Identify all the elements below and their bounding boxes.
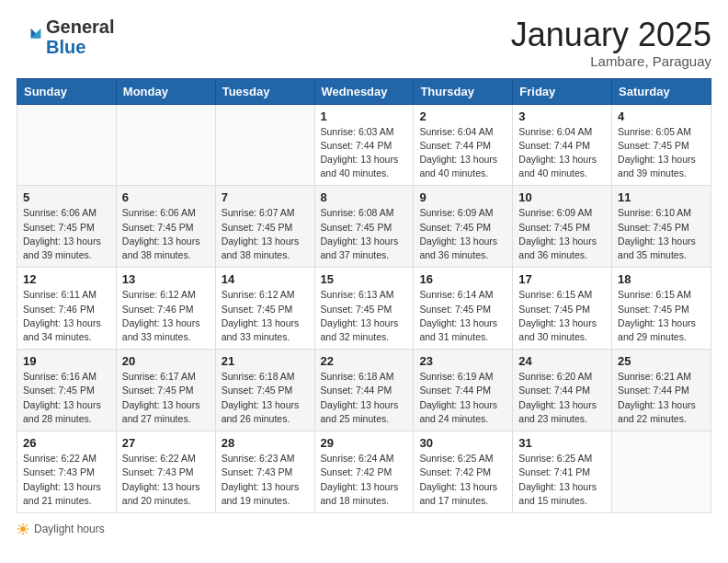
month-title: January 2025 bbox=[511, 17, 711, 53]
day-cell: 19Sunrise: 6:16 AM Sunset: 7:45 PM Dayli… bbox=[17, 350, 117, 431]
page: General Blue January 2025 Lambare, Parag… bbox=[0, 0, 728, 546]
day-cell: 29Sunrise: 6:24 AM Sunset: 7:42 PM Dayli… bbox=[314, 431, 414, 513]
day-info: Sunrise: 6:25 AM Sunset: 7:41 PM Dayligh… bbox=[518, 452, 606, 508]
day-info: Sunrise: 6:08 AM Sunset: 7:45 PM Dayligh… bbox=[321, 206, 408, 262]
day-number: 30 bbox=[419, 436, 506, 450]
day-cell: 15Sunrise: 6:13 AM Sunset: 7:45 PM Dayli… bbox=[314, 268, 414, 350]
day-info: Sunrise: 6:22 AM Sunset: 7:43 PM Dayligh… bbox=[23, 452, 110, 508]
day-info: Sunrise: 6:13 AM Sunset: 7:45 PM Dayligh… bbox=[321, 288, 408, 344]
day-info: Sunrise: 6:14 AM Sunset: 7:45 PM Dayligh… bbox=[419, 288, 506, 344]
day-number: 7 bbox=[222, 190, 309, 204]
day-number: 27 bbox=[122, 436, 210, 450]
title-block: January 2025 Lambare, Paraguay bbox=[511, 17, 711, 69]
day-number: 4 bbox=[618, 109, 705, 123]
svg-line-7 bbox=[19, 524, 21, 526]
calendar: SundayMondayTuesdayWednesdayThursdayFrid… bbox=[17, 78, 711, 513]
day-number: 9 bbox=[419, 190, 506, 204]
day-info: Sunrise: 6:03 AM Sunset: 7:44 PM Dayligh… bbox=[321, 125, 408, 181]
day-cell: 24Sunrise: 6:20 AM Sunset: 7:44 PM Dayli… bbox=[513, 350, 612, 431]
day-number: 15 bbox=[321, 272, 408, 286]
day-number: 14 bbox=[222, 272, 309, 286]
day-number: 10 bbox=[518, 190, 606, 204]
day-cell: 31Sunrise: 6:25 AM Sunset: 7:41 PM Dayli… bbox=[513, 431, 612, 513]
day-number: 22 bbox=[321, 354, 408, 368]
weekday-monday: Monday bbox=[116, 78, 215, 104]
day-info: Sunrise: 6:22 AM Sunset: 7:43 PM Dayligh… bbox=[122, 452, 210, 508]
week-row-3: 12Sunrise: 6:11 AM Sunset: 7:46 PM Dayli… bbox=[17, 268, 711, 350]
day-info: Sunrise: 6:09 AM Sunset: 7:45 PM Dayligh… bbox=[419, 206, 506, 262]
day-number: 2 bbox=[419, 109, 506, 123]
day-info: Sunrise: 6:17 AM Sunset: 7:45 PM Dayligh… bbox=[122, 370, 210, 426]
day-info: Sunrise: 6:11 AM Sunset: 7:46 PM Dayligh… bbox=[23, 288, 110, 344]
sun-icon bbox=[17, 523, 29, 535]
day-cell: 16Sunrise: 6:14 AM Sunset: 7:45 PM Dayli… bbox=[414, 268, 513, 350]
day-cell: 1Sunrise: 6:03 AM Sunset: 7:44 PM Daylig… bbox=[314, 104, 414, 186]
logo-general: General bbox=[46, 17, 114, 37]
day-info: Sunrise: 6:15 AM Sunset: 7:45 PM Dayligh… bbox=[618, 288, 705, 344]
day-cell: 13Sunrise: 6:12 AM Sunset: 7:46 PM Dayli… bbox=[116, 268, 215, 350]
day-number: 5 bbox=[23, 190, 110, 204]
day-info: Sunrise: 6:15 AM Sunset: 7:45 PM Dayligh… bbox=[518, 288, 606, 344]
day-cell: 11Sunrise: 6:10 AM Sunset: 7:45 PM Dayli… bbox=[612, 186, 711, 268]
day-cell: 26Sunrise: 6:22 AM Sunset: 7:43 PM Dayli… bbox=[17, 431, 117, 513]
day-number: 6 bbox=[122, 190, 210, 204]
logo-icon bbox=[17, 24, 42, 50]
day-cell: 4Sunrise: 6:05 AM Sunset: 7:45 PM Daylig… bbox=[612, 104, 711, 186]
day-info: Sunrise: 6:06 AM Sunset: 7:45 PM Dayligh… bbox=[122, 206, 210, 262]
day-cell: 9Sunrise: 6:09 AM Sunset: 7:45 PM Daylig… bbox=[414, 186, 513, 268]
week-row-1: 1Sunrise: 6:03 AM Sunset: 7:44 PM Daylig… bbox=[17, 104, 711, 186]
day-number: 25 bbox=[618, 354, 705, 368]
day-cell: 8Sunrise: 6:08 AM Sunset: 7:45 PM Daylig… bbox=[314, 186, 414, 268]
day-cell bbox=[17, 104, 117, 186]
header: General Blue January 2025 Lambare, Parag… bbox=[17, 17, 711, 69]
day-info: Sunrise: 6:05 AM Sunset: 7:45 PM Dayligh… bbox=[618, 125, 705, 181]
day-cell: 12Sunrise: 6:11 AM Sunset: 7:46 PM Dayli… bbox=[17, 268, 117, 350]
day-info: Sunrise: 6:12 AM Sunset: 7:45 PM Dayligh… bbox=[222, 288, 309, 344]
day-cell: 28Sunrise: 6:23 AM Sunset: 7:43 PM Dayli… bbox=[215, 431, 314, 513]
day-info: Sunrise: 6:21 AM Sunset: 7:44 PM Dayligh… bbox=[618, 370, 705, 426]
day-info: Sunrise: 6:18 AM Sunset: 7:44 PM Dayligh… bbox=[321, 370, 408, 426]
weekday-wednesday: Wednesday bbox=[314, 78, 414, 104]
day-cell: 6Sunrise: 6:06 AM Sunset: 7:45 PM Daylig… bbox=[116, 186, 215, 268]
day-number: 24 bbox=[518, 354, 606, 368]
day-number: 12 bbox=[23, 272, 110, 286]
logo-text: General Blue bbox=[46, 17, 114, 57]
svg-line-9 bbox=[26, 524, 28, 526]
day-number: 3 bbox=[518, 109, 606, 123]
day-info: Sunrise: 6:10 AM Sunset: 7:45 PM Dayligh… bbox=[618, 206, 705, 262]
day-info: Sunrise: 6:07 AM Sunset: 7:45 PM Dayligh… bbox=[222, 206, 309, 262]
svg-line-10 bbox=[19, 532, 21, 534]
weekday-saturday: Saturday bbox=[612, 78, 711, 104]
day-info: Sunrise: 6:06 AM Sunset: 7:45 PM Dayligh… bbox=[23, 206, 110, 262]
day-cell: 25Sunrise: 6:21 AM Sunset: 7:44 PM Dayli… bbox=[612, 350, 711, 431]
day-info: Sunrise: 6:18 AM Sunset: 7:45 PM Dayligh… bbox=[222, 370, 309, 426]
day-number: 20 bbox=[122, 354, 210, 368]
day-cell bbox=[215, 104, 314, 186]
day-number: 28 bbox=[222, 436, 309, 450]
day-number: 8 bbox=[321, 190, 408, 204]
logo-blue: Blue bbox=[46, 37, 85, 57]
day-cell: 5Sunrise: 6:06 AM Sunset: 7:45 PM Daylig… bbox=[17, 186, 117, 268]
svg-line-8 bbox=[26, 532, 28, 534]
day-number: 17 bbox=[518, 272, 606, 286]
day-cell: 18Sunrise: 6:15 AM Sunset: 7:45 PM Dayli… bbox=[612, 268, 711, 350]
day-number: 26 bbox=[23, 436, 110, 450]
day-info: Sunrise: 6:04 AM Sunset: 7:44 PM Dayligh… bbox=[518, 125, 606, 181]
day-cell: 23Sunrise: 6:19 AM Sunset: 7:44 PM Dayli… bbox=[414, 350, 513, 431]
day-cell: 7Sunrise: 6:07 AM Sunset: 7:45 PM Daylig… bbox=[215, 186, 314, 268]
location: Lambare, Paraguay bbox=[511, 53, 711, 69]
day-number: 18 bbox=[618, 272, 705, 286]
day-number: 21 bbox=[222, 354, 309, 368]
day-number: 23 bbox=[419, 354, 506, 368]
footer: Daylight hours bbox=[17, 523, 711, 535]
week-row-4: 19Sunrise: 6:16 AM Sunset: 7:45 PM Dayli… bbox=[17, 350, 711, 431]
day-cell: 21Sunrise: 6:18 AM Sunset: 7:45 PM Dayli… bbox=[215, 350, 314, 431]
weekday-sunday: Sunday bbox=[17, 78, 117, 104]
day-info: Sunrise: 6:24 AM Sunset: 7:42 PM Dayligh… bbox=[321, 452, 408, 508]
week-row-5: 26Sunrise: 6:22 AM Sunset: 7:43 PM Dayli… bbox=[17, 431, 711, 513]
day-cell bbox=[612, 431, 711, 513]
day-cell: 22Sunrise: 6:18 AM Sunset: 7:44 PM Dayli… bbox=[314, 350, 414, 431]
weekday-thursday: Thursday bbox=[414, 78, 513, 104]
day-number: 16 bbox=[419, 272, 506, 286]
logo: General Blue bbox=[17, 17, 114, 57]
